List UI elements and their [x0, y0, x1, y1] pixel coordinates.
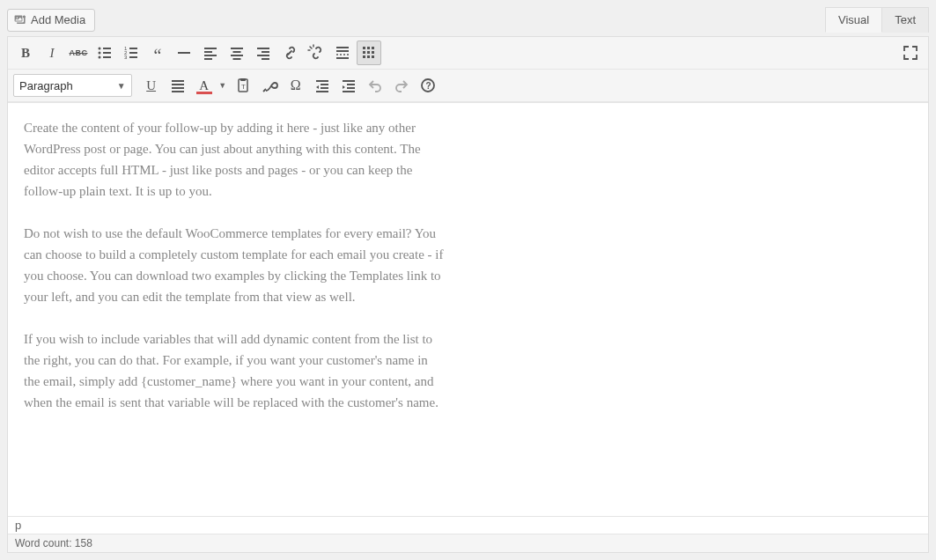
editor-wrap: Add Media Visual Text B I ABC 123 “: [7, 7, 929, 553]
svg-rect-4: [103, 52, 111, 54]
svg-rect-26: [336, 47, 349, 48]
svg-rect-43: [240, 78, 246, 81]
toolbar-toggle-button[interactable]: [357, 41, 381, 65]
svg-rect-39: [172, 84, 184, 85]
align-right-button[interactable]: [251, 41, 276, 65]
svg-point-1: [99, 48, 101, 50]
svg-rect-33: [367, 51, 370, 54]
svg-rect-16: [204, 55, 217, 56]
svg-rect-50: [347, 84, 355, 85]
format-select-label: Paragraph: [19, 79, 73, 92]
svg-rect-46: [321, 84, 328, 85]
editor-content[interactable]: Create the content of your follow-up by …: [8, 102, 928, 516]
svg-rect-31: [372, 47, 374, 49]
redo-button[interactable]: [389, 73, 414, 98]
undo-button[interactable]: [363, 73, 387, 98]
clear-format-button[interactable]: [257, 73, 282, 98]
wordcount-value: 158: [75, 537, 92, 549]
svg-rect-2: [103, 48, 111, 49]
help-button[interactable]: ?: [416, 73, 440, 98]
wordcount-label: Word count:: [15, 537, 71, 549]
strikethrough-button[interactable]: ABC: [66, 41, 91, 65]
add-media-button[interactable]: Add Media: [7, 9, 95, 32]
svg-rect-17: [204, 58, 212, 60]
svg-rect-38: [172, 80, 184, 82]
text-color-button[interactable]: A: [192, 73, 217, 98]
align-center-button[interactable]: [225, 41, 249, 65]
editor-mode-tabs: Visual Text: [825, 7, 929, 33]
svg-rect-51: [347, 87, 355, 89]
svg-text:3: 3: [124, 55, 128, 60]
svg-rect-49: [343, 80, 355, 82]
svg-rect-21: [233, 58, 241, 60]
paste-text-button[interactable]: T: [231, 73, 255, 98]
chevron-down-icon: ▼: [117, 81, 126, 91]
justify-button[interactable]: [166, 73, 190, 98]
svg-rect-29: [363, 47, 365, 49]
svg-rect-37: [372, 55, 374, 58]
content-paragraph: Do not wish to use the default WooCommer…: [24, 223, 446, 307]
svg-rect-13: [178, 52, 190, 54]
special-char-button[interactable]: Ω: [284, 73, 308, 98]
svg-rect-19: [233, 51, 241, 53]
svg-rect-12: [129, 56, 137, 58]
media-icon: [13, 13, 27, 27]
svg-text:?: ?: [425, 81, 431, 91]
svg-rect-10: [129, 52, 137, 54]
svg-rect-36: [367, 55, 370, 58]
svg-rect-52: [343, 91, 355, 92]
status-bar: Word count: 158: [8, 534, 928, 552]
element-path[interactable]: p: [15, 519, 21, 532]
indent-button[interactable]: [336, 73, 361, 98]
svg-rect-25: [262, 58, 269, 60]
svg-point-3: [99, 52, 101, 55]
align-left-button[interactable]: [198, 41, 223, 65]
content-paragraph: If you wish to include variables that wi…: [24, 328, 446, 413]
svg-rect-14: [204, 48, 217, 49]
svg-rect-40: [172, 87, 184, 89]
format-select[interactable]: Paragraph ▼: [13, 74, 132, 97]
toolbar-row-1: B I ABC 123 “: [8, 37, 928, 70]
tab-visual[interactable]: Visual: [825, 7, 882, 33]
svg-rect-32: [363, 51, 365, 54]
bold-button[interactable]: B: [13, 41, 38, 65]
numbered-list-button[interactable]: 123: [119, 41, 144, 65]
element-path-bar: p: [8, 516, 928, 534]
editor-box: B I ABC 123 “ Paragraph ▼ U A: [7, 36, 929, 553]
hr-button[interactable]: [172, 41, 196, 65]
add-media-label: Add Media: [31, 13, 85, 26]
svg-rect-30: [367, 47, 370, 49]
tab-text[interactable]: Text: [882, 7, 929, 33]
text-color-menu-button[interactable]: ▼: [217, 73, 229, 98]
svg-rect-28: [336, 57, 349, 59]
unlink-button[interactable]: [304, 41, 328, 65]
content-paragraph: Create the content of your follow-up by …: [24, 117, 446, 202]
svg-rect-18: [231, 48, 243, 49]
svg-rect-34: [372, 51, 374, 54]
link-button[interactable]: [277, 41, 302, 65]
svg-rect-24: [257, 55, 269, 56]
svg-rect-48: [316, 91, 328, 92]
underline-button[interactable]: U: [139, 73, 164, 98]
svg-rect-45: [316, 80, 328, 82]
bullet-list-button[interactable]: [92, 41, 117, 65]
svg-text:T: T: [241, 83, 246, 91]
fullscreen-button[interactable]: [898, 41, 923, 65]
read-more-button[interactable]: [330, 41, 355, 65]
svg-rect-8: [129, 48, 137, 49]
outdent-button[interactable]: [310, 73, 335, 98]
svg-rect-20: [231, 55, 243, 56]
svg-rect-35: [363, 55, 365, 58]
svg-rect-22: [257, 48, 269, 49]
editor-top-row: Add Media Visual Text: [7, 7, 929, 33]
svg-rect-27: [336, 50, 349, 52]
svg-rect-41: [172, 91, 184, 92]
svg-point-5: [99, 56, 101, 59]
blockquote-button[interactable]: “: [145, 41, 170, 65]
toolbar-row-2: Paragraph ▼ U A ▼ T Ω ?: [8, 70, 928, 102]
svg-rect-15: [204, 51, 212, 53]
italic-button[interactable]: I: [40, 41, 64, 65]
svg-rect-6: [103, 56, 111, 58]
svg-rect-47: [321, 87, 328, 89]
svg-rect-23: [262, 51, 269, 53]
